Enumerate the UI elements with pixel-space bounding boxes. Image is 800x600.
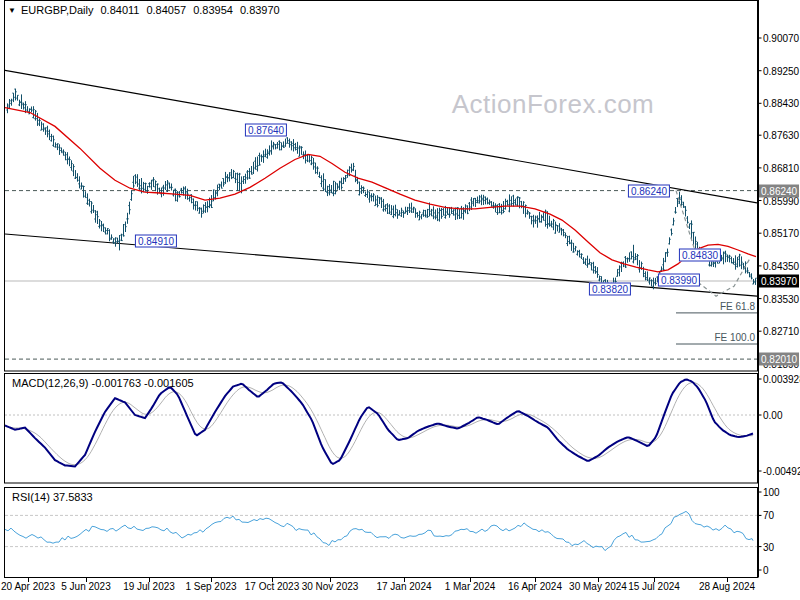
ohlc-toggle-icon[interactable]: ▼ xyxy=(8,6,16,15)
macd-signal-line xyxy=(5,383,753,465)
macd-panel xyxy=(5,380,757,467)
chart-canvas[interactable]: ActionForex.com 0.900700.892500.884300.8… xyxy=(0,0,800,600)
rsi-line xyxy=(5,511,753,550)
low-value: 0.83954 xyxy=(193,4,233,16)
rsi-panel xyxy=(5,511,757,550)
chart-plot-area xyxy=(0,0,800,600)
macd-main-line xyxy=(5,380,753,467)
price-panel xyxy=(5,70,757,359)
close-value: 0.83970 xyxy=(240,4,280,16)
symbol-timeframe-label: EURGBP,Daily xyxy=(21,4,94,16)
high-value: 0.84057 xyxy=(146,4,186,16)
chart-title: ▼EURGBP,Daily0.840110.840570.839540.8397… xyxy=(8,4,280,16)
candlestick-bars xyxy=(6,89,756,292)
moving-average-line xyxy=(5,108,756,272)
open-value: 0.84011 xyxy=(100,4,139,16)
